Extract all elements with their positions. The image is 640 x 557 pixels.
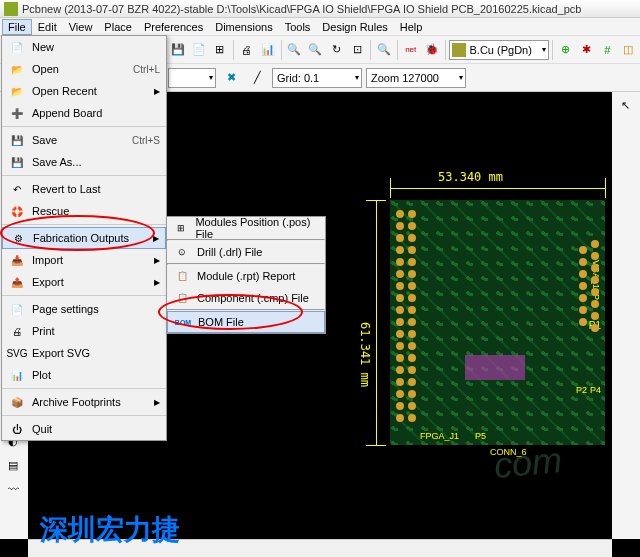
menu-item-label: Import xyxy=(32,254,154,266)
layer-name: B.Cu (PgDn) xyxy=(470,44,532,56)
submenu-arrow-icon: ▶ xyxy=(153,234,159,243)
menu-item-label: Save xyxy=(32,134,132,146)
watermark-text: 深圳宏力捷 xyxy=(40,511,180,549)
submenu-item-module-rpt-report[interactable]: 📋Module (.rpt) Report xyxy=(167,265,325,287)
menu-item-label: Export SVG xyxy=(32,347,160,359)
submenu-item-modules-position-pos-file[interactable]: ⊞Modules Position (.pos) File xyxy=(167,217,325,239)
menu-item-label: Archive Footprints xyxy=(32,396,154,408)
menu-item-append-board[interactable]: ➕Append Board xyxy=(2,102,166,124)
menu-item-rescue[interactable]: 🛟Rescue xyxy=(2,200,166,222)
layer-selector[interactable]: B.Cu (PgDn) xyxy=(449,40,549,60)
submenu-item-drill-drl-file[interactable]: ⊙Drill (.drl) File xyxy=(167,241,325,263)
menu-item-label: Fabrication Outputs xyxy=(33,232,153,244)
netlist-button[interactable]: net xyxy=(401,39,421,61)
menu-item-icon: 📦 xyxy=(8,394,26,410)
ic-footprint xyxy=(465,355,525,380)
silk-label: P2 xyxy=(576,385,587,395)
right-toolbar: ↖ xyxy=(612,92,640,539)
menu-item-export-svg[interactable]: SVGExport SVG xyxy=(2,342,166,364)
submenu-item-icon: ⊞ xyxy=(173,220,189,236)
submenu-arrow-icon: ▶ xyxy=(154,87,160,96)
menu-item-new[interactable]: 📄New xyxy=(2,36,166,58)
menu-item-label: Open Recent xyxy=(32,85,154,97)
menu-item-icon: 📂 xyxy=(8,83,26,99)
zoom-fit-button[interactable]: ⊡ xyxy=(347,39,367,61)
menu-item-save[interactable]: 💾SaveCtrl+S xyxy=(2,129,166,151)
menu-tools[interactable]: Tools xyxy=(279,19,317,35)
menu-item-label: New xyxy=(32,41,160,53)
file-menu-dropdown: 📄New📂OpenCtrl+L📂Open Recent▶➕Append Boar… xyxy=(1,35,167,441)
menu-item-label: Append Board xyxy=(32,107,160,119)
save-button[interactable]: 💾 xyxy=(168,39,188,61)
dim-tick xyxy=(366,200,386,201)
submenu-item-bom-file[interactable]: BOMBOM File xyxy=(167,311,325,333)
menu-item-label: Plot xyxy=(32,369,160,381)
menu-item-icon: 🛟 xyxy=(8,203,26,219)
menu-item-icon: 📤 xyxy=(8,274,26,290)
menu-item-icon: SVG xyxy=(8,345,26,361)
menu-item-fabrication-outputs[interactable]: ⚙Fabrication Outputs▶ xyxy=(2,227,166,249)
menu-item-print[interactable]: 🖨Print xyxy=(2,320,166,342)
menu-item-open[interactable]: 📂OpenCtrl+L xyxy=(2,58,166,80)
menu-item-page-settings[interactable]: 📄Page settings xyxy=(2,298,166,320)
menu-place[interactable]: Place xyxy=(98,19,138,35)
menu-item-icon: 💾 xyxy=(8,132,26,148)
zoom-out-button[interactable]: 🔍 xyxy=(305,39,325,61)
page-button[interactable]: 📄 xyxy=(189,39,209,61)
menu-edit[interactable]: Edit xyxy=(32,19,63,35)
grid-selector[interactable]: Grid: 0.1 xyxy=(272,68,362,88)
menu-bar[interactable]: File Edit View Place Preferences Dimensi… xyxy=(0,18,640,36)
zoom-selector[interactable]: Zoom 127000 xyxy=(366,68,466,88)
menu-item-archive-footprints[interactable]: 📦Archive Footprints▶ xyxy=(2,391,166,413)
app-icon xyxy=(4,2,18,16)
submenu-item-component-cmp-file[interactable]: 📋Component (.cmp) File xyxy=(167,287,325,309)
dim-tick xyxy=(366,445,386,446)
menu-item-icon: 💾 xyxy=(8,154,26,170)
dim-width-label: 53.340 mm xyxy=(438,170,503,184)
via-button[interactable]: ✖ xyxy=(220,67,242,89)
menu-help[interactable]: Help xyxy=(394,19,429,35)
menu-item-icon: 📄 xyxy=(8,39,26,55)
menu-item-label: Page settings xyxy=(32,303,160,315)
plot-button[interactable]: 📊 xyxy=(258,39,278,61)
menu-preferences[interactable]: Preferences xyxy=(138,19,209,35)
find-button[interactable]: 🔍 xyxy=(374,39,394,61)
menu-item-quit[interactable]: ⏻Quit xyxy=(2,418,166,440)
silk-label: FPGA_J1 xyxy=(420,431,459,441)
menu-item-open-recent[interactable]: 📂Open Recent▶ xyxy=(2,80,166,102)
track-width-selector[interactable] xyxy=(168,68,216,88)
menu-file[interactable]: File xyxy=(2,19,32,35)
submenu-item-label: Modules Position (.pos) File xyxy=(195,216,319,240)
mode-3-button[interactable]: # xyxy=(597,39,617,61)
submenu-arrow-icon: ▶ xyxy=(154,256,160,265)
mode-2-button[interactable]: ✱ xyxy=(576,39,596,61)
menu-item-icon: 📊 xyxy=(8,367,26,383)
print-button[interactable]: 🖨 xyxy=(237,39,257,61)
menu-design-rules[interactable]: Design Rules xyxy=(316,19,393,35)
autoroute-button[interactable]: ╱ xyxy=(246,67,268,89)
watermark-faint: com xyxy=(492,439,563,487)
menu-item-save-as-[interactable]: 💾Save As... xyxy=(2,151,166,173)
menu-item-icon: 📄 xyxy=(8,301,26,317)
menu-item-revert-to-last[interactable]: ↶Revert to Last xyxy=(2,178,166,200)
zoom-redraw-button[interactable]: ↻ xyxy=(326,39,346,61)
menu-item-label: Open xyxy=(32,63,133,75)
menu-item-label: Export xyxy=(32,276,154,288)
arrow-icon[interactable]: ↖ xyxy=(614,94,636,116)
pcb-board: VGA_15P P1 P4 P2 FPGA_J1 P5 CONN_6 xyxy=(390,200,605,445)
layers-icon[interactable]: ▤ xyxy=(2,454,24,476)
mode-1-button[interactable]: ⊕ xyxy=(555,39,575,61)
menu-dimensions[interactable]: Dimensions xyxy=(209,19,278,35)
menu-item-plot[interactable]: 📊Plot xyxy=(2,364,166,386)
microwave-icon[interactable]: 〰 xyxy=(2,478,24,500)
drc-button[interactable]: 🐞 xyxy=(422,39,442,61)
mode-4-button[interactable]: ◫ xyxy=(618,39,638,61)
menu-item-import[interactable]: 📥Import▶ xyxy=(2,249,166,271)
menu-item-icon: ⏻ xyxy=(8,421,26,437)
dim-tick xyxy=(390,178,391,198)
module-button[interactable]: ⊞ xyxy=(210,39,230,61)
menu-view[interactable]: View xyxy=(63,19,99,35)
menu-item-icon: ➕ xyxy=(8,105,26,121)
zoom-in-button[interactable]: 🔍 xyxy=(284,39,304,61)
menu-item-export[interactable]: 📤Export▶ xyxy=(2,271,166,293)
